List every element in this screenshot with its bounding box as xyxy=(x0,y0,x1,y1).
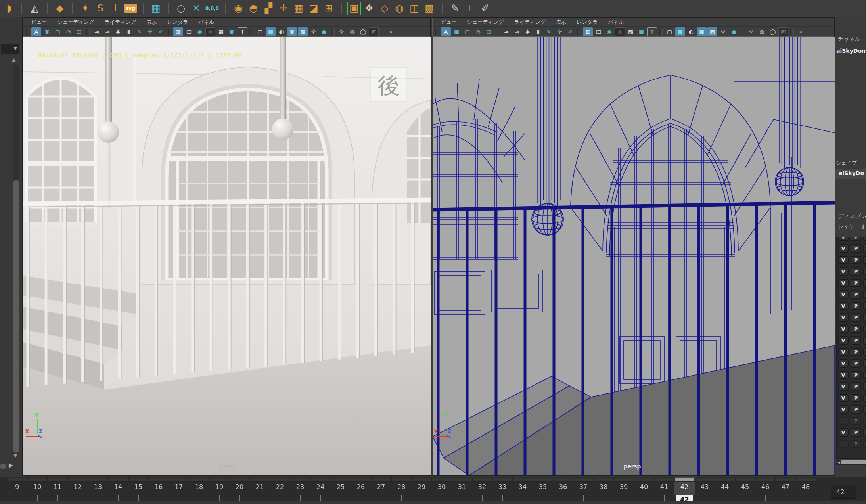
frame-number[interactable]: 40 xyxy=(634,483,654,491)
frame-number[interactable]: 20 xyxy=(229,483,250,491)
frame-number[interactable]: 14 xyxy=(108,483,128,491)
poly-hand-icon[interactable]: ✛ xyxy=(276,1,291,16)
selected-cube-icon[interactable]: ▣ xyxy=(347,1,362,16)
grid-toggle-icon[interactable]: ▦ xyxy=(173,27,183,36)
frame-number[interactable]: 37 xyxy=(573,483,594,491)
layer-visibility-toggle[interactable]: V xyxy=(838,336,849,345)
layer-type-box[interactable] xyxy=(863,440,866,448)
exposure-arc-icon[interactable]: ◯ xyxy=(768,27,778,36)
layer-type-box[interactable] xyxy=(863,417,866,425)
layer-visibility-toggle[interactable] xyxy=(838,440,849,448)
curve-flow-icon[interactable]: ✦ xyxy=(78,1,93,16)
grid-table-icon[interactable]: ▦ xyxy=(148,1,163,16)
frame-number[interactable]: 33 xyxy=(492,483,513,491)
checker-cube-icon[interactable]: ▩ xyxy=(422,1,437,16)
layer-playback-toggle[interactable]: P xyxy=(851,359,861,368)
layer-type-box[interactable] xyxy=(863,313,866,322)
layer-visibility-toggle[interactable]: V xyxy=(838,428,849,437)
frame-selected-icon[interactable]: ▣ xyxy=(452,27,462,36)
frame-number[interactable]: 48 xyxy=(795,483,816,491)
spiral-curve-icon[interactable]: S xyxy=(93,1,108,16)
layer-playback-toggle[interactable]: P xyxy=(851,428,861,437)
field-chart-icon[interactable]: ▩ xyxy=(216,27,226,36)
curve-handles-icon[interactable]: ⌶ xyxy=(462,1,477,16)
svg-tool-icon[interactable]: svg xyxy=(124,4,137,13)
frame-number[interactable]: 35 xyxy=(533,483,553,491)
layer-visibility-toggle[interactable]: V xyxy=(838,267,849,276)
shadows-ball-icon[interactable]: ● xyxy=(319,27,329,36)
layer-type-box[interactable] xyxy=(863,359,866,368)
frame-number[interactable]: 12 xyxy=(67,483,88,491)
origin-coords-label[interactable]: 0,0,0 xyxy=(204,1,220,16)
film-gate-icon[interactable]: ▤ xyxy=(184,27,194,36)
layer-playback-toggle[interactable]: P xyxy=(851,313,861,322)
frame-number[interactable]: 27 xyxy=(371,483,391,491)
occlusion-lights-icon[interactable]: ☼ xyxy=(746,27,756,36)
frame-number[interactable]: 39 xyxy=(613,483,634,491)
gradient-background-icon[interactable]: ◩ xyxy=(369,27,379,36)
resolution-gate-icon[interactable]: ◉ xyxy=(604,27,614,36)
layer-type-box[interactable] xyxy=(863,244,866,253)
frame-number[interactable]: 22 xyxy=(270,483,290,491)
resolution-gate-icon[interactable]: ◉ xyxy=(195,27,205,36)
viewport-menu-5[interactable]: パネル xyxy=(603,19,629,26)
frame-number[interactable]: 41 xyxy=(654,483,674,491)
diamond-spread-icon[interactable]: ❖ xyxy=(362,1,377,16)
frame-all-icon[interactable]: ▢ xyxy=(462,27,472,36)
occlusion-lights-icon[interactable]: ☼ xyxy=(337,27,347,36)
snap-disable-icon[interactable]: ✕ xyxy=(189,1,204,16)
wireframe-viewport-canvas[interactable]: Y X Z persp xyxy=(433,37,834,475)
pie-chart-icon[interactable]: ◔ xyxy=(473,27,483,36)
layer-type-box[interactable] xyxy=(863,371,866,379)
images-stack-icon[interactable]: ▤ xyxy=(74,27,84,36)
layer-visibility-toggle[interactable]: V xyxy=(838,371,849,379)
vertical-scrollbar-thumb[interactable] xyxy=(13,180,19,453)
frame-number[interactable]: 16 xyxy=(148,483,169,491)
frame-number[interactable]: 15 xyxy=(128,483,149,491)
camera-lock-icon[interactable]: ◄ xyxy=(512,27,522,36)
layer-playback-toggle[interactable]: P xyxy=(851,325,861,333)
corner-pin-icon[interactable]: ◫ xyxy=(407,1,422,16)
images-stack-icon[interactable]: ▤ xyxy=(484,27,494,36)
frame-number[interactable]: 24 xyxy=(310,483,331,491)
layer-type-box[interactable] xyxy=(863,382,866,391)
pencil-icon[interactable]: ✐ xyxy=(565,27,575,36)
frame-number[interactable]: 38 xyxy=(593,483,614,491)
frame-number[interactable]: 34 xyxy=(512,483,533,491)
layer-scrollbar-thumb[interactable] xyxy=(841,460,866,464)
frame-number[interactable]: 31 xyxy=(452,483,472,491)
layer-playback-toggle[interactable]: P xyxy=(851,237,861,241)
layer-playback-toggle[interactable]: P xyxy=(851,440,861,448)
layer-visibility-toggle[interactable]: V xyxy=(838,279,849,287)
pen-curve-icon[interactable]: ✎ xyxy=(447,1,462,16)
pencil-icon[interactable]: ✐ xyxy=(156,27,166,36)
render-viewport-canvas[interactable]: 後 00:00:02 654x704 | CPU | samples 3/2/2… xyxy=(23,37,430,475)
pie-chart-icon[interactable]: ◔ xyxy=(63,27,73,36)
motionblur-spheres-icon[interactable]: ◍ xyxy=(347,27,357,36)
viewport-menu-0[interactable]: ビュー xyxy=(26,19,52,26)
time-slider[interactable]: 9101112131415161718192021222324252627282… xyxy=(0,477,866,501)
layer-type-box[interactable] xyxy=(863,428,866,437)
viewport-menu-3[interactable]: 表示 xyxy=(141,19,162,26)
camera-icon[interactable]: ◄ xyxy=(501,27,511,36)
marquee-select-icon[interactable]: ⌖ xyxy=(796,27,806,36)
polygon-cone-icon[interactable]: ◭ xyxy=(27,1,42,16)
camera-icon[interactable]: ◄ xyxy=(92,27,102,36)
multicut-icon[interactable]: ⊞ xyxy=(321,1,336,16)
sculpt-sphere-icon[interactable]: ◉ xyxy=(231,1,246,16)
layer-playback-toggle[interactable]: P xyxy=(851,302,861,310)
frame-number[interactable]: 19 xyxy=(209,483,230,491)
frame-number[interactable]: 47 xyxy=(775,483,796,491)
lasso-select-icon[interactable]: ◌ xyxy=(174,1,189,16)
frame-number[interactable]: 17 xyxy=(169,483,189,491)
wireframe-cube-icon[interactable]: ▢ xyxy=(255,27,265,36)
frame-number[interactable]: 28 xyxy=(391,483,412,491)
shelf[interactable]: ◗◭◆✦SIsvg▦◌✕0,0,0◉◓▞✛▦◪⊞▣❖◇◍◫▩✎⌶✐ xyxy=(0,0,866,17)
layer-visibility-toggle[interactable]: V xyxy=(838,382,849,391)
layer-type-box[interactable] xyxy=(863,405,866,414)
viewport-menu-5[interactable]: パネル xyxy=(193,19,219,26)
layer-playback-toggle[interactable]: P xyxy=(851,417,861,425)
camera-attributes-icon[interactable]: ✱ xyxy=(523,27,533,36)
layer-playback-toggle[interactable]: P xyxy=(851,290,861,299)
textured-cube-icon[interactable]: ▣ xyxy=(287,27,297,36)
